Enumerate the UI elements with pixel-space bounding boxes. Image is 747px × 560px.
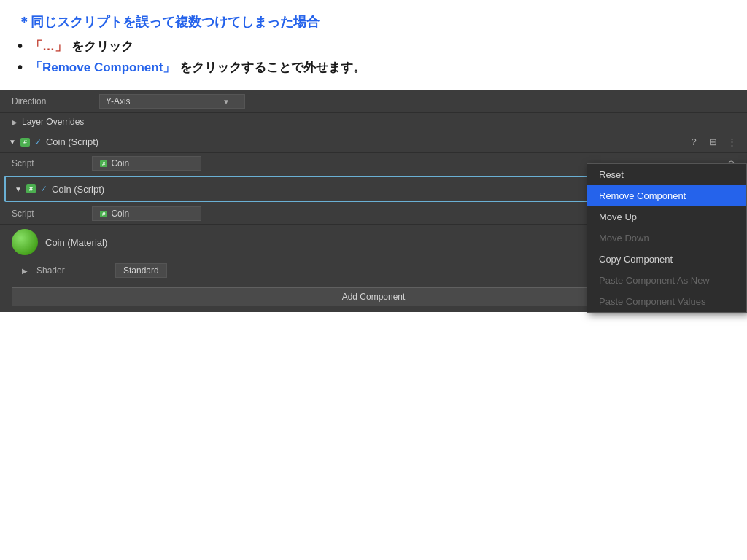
component1-triangle-icon: ▼ [9, 138, 16, 146]
component1-settings-icon[interactable]: ⊞ [706, 136, 719, 149]
context-menu-move-down: Move Down [587, 228, 746, 249]
context-menu: Reset Remove Component Move Up Move Down… [587, 163, 747, 313]
shader-label: Shader [36, 265, 109, 276]
component1-dots-icon[interactable]: ⋮ [725, 136, 738, 149]
component1-header-icons: ? ⊞ ⋮ [687, 136, 738, 149]
material-name: Coin (Material) [45, 237, 107, 248]
layer-overrides-label: Layer Overrides [22, 117, 84, 127]
context-menu-paste-values: Paste Component Values [587, 291, 746, 312]
bullet-1-code: 「…」 [30, 38, 67, 55]
bullet-2-text: をクリックすることで外せます。 [179, 59, 365, 76]
component2-script-label: Script [12, 209, 92, 219]
shader-expand-icon: ▶ [22, 267, 28, 275]
bullet-1-text: をクリック [71, 38, 133, 55]
bullet-item-2: • 「Remove Component」 をクリックすることで外せます。 [18, 59, 729, 76]
component2-script-name: Coin [111, 209, 129, 219]
bullet-dot-2: • [18, 59, 23, 76]
asterisk: ＊ [18, 15, 31, 29]
component2-checkbox-icon: ✓ [40, 184, 47, 194]
context-menu-move-up[interactable]: Move Up [587, 206, 746, 228]
context-menu-remove[interactable]: Remove Component [587, 185, 746, 206]
layer-overrides-row: ▶ Layer Overrides [0, 113, 747, 131]
bullet-2-code: 「Remove Component」 [30, 59, 175, 76]
component2-triangle-icon: ▼ [15, 185, 22, 193]
bullet-item-1: • 「…」 をクリック [18, 38, 729, 55]
component2-name: Coin (Script) [52, 184, 674, 195]
component2-script-hash-icon: # [100, 211, 107, 217]
direction-row: Direction Y-Axis ▼ [0, 90, 747, 113]
context-menu-reset[interactable]: Reset [587, 164, 746, 185]
direction-label: Direction [12, 96, 99, 106]
component1-script-value: # Coin [92, 156, 201, 171]
unity-inspector: Direction Y-Axis ▼ ▶ Layer Overrides ▼ #… [0, 90, 747, 312]
component1-name: Coin (Script) [46, 136, 683, 147]
direction-dropdown[interactable]: Y-Axis ▼ [99, 94, 245, 109]
component1-checkbox-icon: ✓ [34, 137, 42, 147]
context-menu-copy[interactable]: Copy Component [587, 249, 746, 270]
component2-hash-icon: # [26, 184, 36, 193]
heading: ＊同じスクリプトを誤って複数つけてしまった場合 [18, 13, 729, 31]
shader-value: Standard [115, 263, 167, 278]
component1-script-name: Coin [111, 158, 129, 168]
component2-script-value: # Coin [92, 206, 201, 221]
component1-script-hash-icon: # [100, 160, 107, 167]
layer-triangle-icon: ▶ [12, 118, 18, 126]
component1-help-icon[interactable]: ? [687, 136, 700, 149]
context-menu-paste-new: Paste Component As New [587, 270, 746, 291]
component1-header: ▼ # ✓ Coin (Script) ? ⊞ ⋮ [0, 131, 747, 153]
direction-value: Y-Axis [106, 96, 131, 106]
bullet-list: • 「…」 をクリック • 「Remove Component」 をクリックする… [18, 38, 729, 76]
instruction-section: ＊同じスクリプトを誤って複数つけてしまった場合 • 「…」 をクリック • 「R… [0, 0, 747, 90]
bullet-dot-1: • [18, 38, 23, 55]
heading-text: 同じスクリプトを誤って複数つけてしまった場合 [31, 15, 320, 29]
material-sphere-icon [12, 229, 38, 255]
component1-script-label: Script [12, 158, 92, 168]
dropdown-arrow-icon: ▼ [222, 98, 230, 106]
component1-hash-icon: # [20, 138, 30, 147]
